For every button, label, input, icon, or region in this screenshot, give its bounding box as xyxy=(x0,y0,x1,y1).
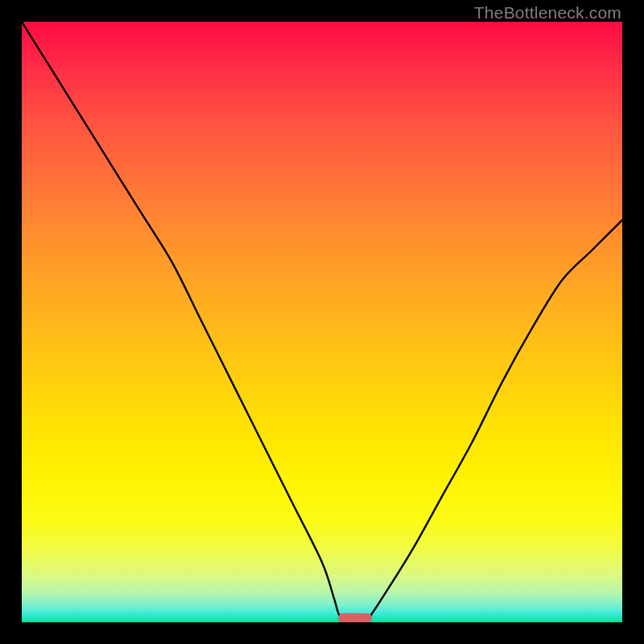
optimum-marker xyxy=(338,613,372,622)
gradient-background xyxy=(22,22,622,622)
plot-area xyxy=(22,22,622,622)
watermark-text: TheBottleneck.com xyxy=(474,3,621,23)
chart-frame: TheBottleneck.com xyxy=(0,0,644,644)
